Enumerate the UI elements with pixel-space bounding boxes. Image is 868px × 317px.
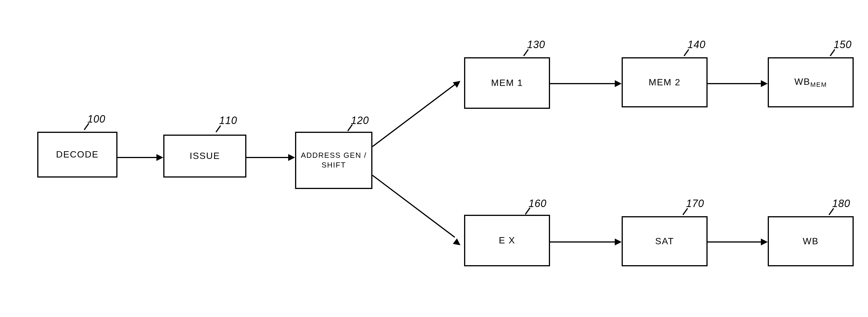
addrgen-block: ADDRESS GEN / SHIFT xyxy=(295,132,372,189)
mem2-block: MEM 2 xyxy=(622,57,708,107)
arrow-head-icon xyxy=(453,238,463,248)
tick-mark xyxy=(525,207,530,215)
decode-label: DECODE xyxy=(56,149,99,161)
wbmem-label: WBMEM xyxy=(795,76,827,89)
tick-mark xyxy=(682,208,688,215)
wbmem-number: 150 xyxy=(834,39,852,51)
arrow-head-icon xyxy=(288,154,295,161)
sat-label: SAT xyxy=(655,235,674,247)
mem1-label: MEM 1 xyxy=(491,77,523,89)
arrow-head-icon xyxy=(156,154,163,161)
arrow-line xyxy=(708,83,761,84)
decode-block: DECODE xyxy=(37,132,118,178)
mem1-number: 130 xyxy=(527,39,545,51)
sat-block: SAT xyxy=(622,216,708,266)
issue-number: 110 xyxy=(219,115,237,127)
tick-mark xyxy=(683,49,689,56)
tick-mark xyxy=(215,125,221,132)
arrow-head-icon xyxy=(615,239,622,245)
tick-mark xyxy=(829,208,834,215)
addrgen-number: 120 xyxy=(351,115,369,127)
wbmem-sub: MEM xyxy=(810,81,827,88)
arrow-line xyxy=(118,157,156,158)
wbmem-main: WB xyxy=(795,76,810,87)
arrow-line xyxy=(372,175,455,238)
arrow-line xyxy=(372,84,455,147)
tick-mark xyxy=(84,123,89,130)
tick-mark xyxy=(523,49,529,56)
sat-number: 170 xyxy=(686,198,704,210)
wb-block: WB xyxy=(768,216,854,266)
arrow-line xyxy=(550,83,615,84)
issue-label: ISSUE xyxy=(190,150,220,162)
mem1-block: MEM 1 xyxy=(464,57,550,109)
wb-number: 180 xyxy=(832,198,850,210)
arrow-head-icon xyxy=(761,80,768,87)
ex-number: 160 xyxy=(529,198,547,210)
mem2-number: 140 xyxy=(687,39,706,51)
arrow-line xyxy=(708,242,761,243)
wb-label: WB xyxy=(803,235,819,247)
arrow-head-icon xyxy=(615,80,622,87)
addrgen-label: ADDRESS GEN / SHIFT xyxy=(299,151,369,170)
issue-block: ISSUE xyxy=(163,135,246,178)
wbmem-block: WBMEM xyxy=(768,57,854,107)
tick-mark xyxy=(347,124,353,131)
decode-number: 100 xyxy=(87,113,105,125)
mem2-label: MEM 2 xyxy=(649,76,680,89)
arrow-line xyxy=(246,157,288,158)
tick-mark xyxy=(830,49,835,56)
arrow-head-icon xyxy=(453,78,463,88)
arrow-head-icon xyxy=(761,239,768,245)
arrow-line xyxy=(550,242,615,243)
ex-label: E X xyxy=(499,234,515,247)
ex-block: E X xyxy=(464,215,550,266)
